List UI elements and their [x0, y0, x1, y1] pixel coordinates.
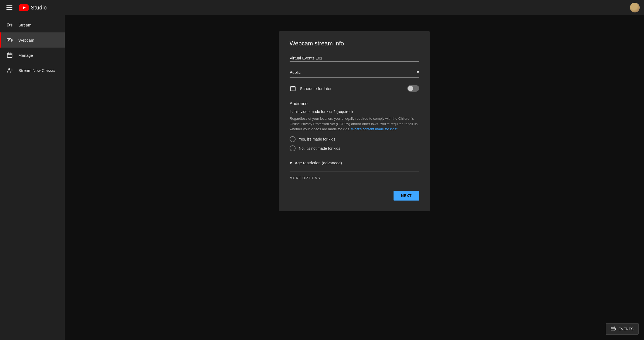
- sidebar-item-webcam[interactable]: Webcam: [0, 32, 65, 48]
- svg-rect-7: [7, 53, 12, 58]
- stream-icon: [6, 22, 13, 28]
- chevron-down-icon: ▾: [417, 69, 419, 75]
- card-footer: NEXT: [290, 191, 419, 201]
- calendar-icon: [290, 85, 296, 92]
- svg-point-5: [9, 40, 9, 41]
- schedule-toggle[interactable]: [407, 85, 419, 92]
- header-left: Studio: [4, 3, 47, 12]
- youtube-logo: [19, 4, 29, 11]
- sidebar-item-stream[interactable]: Stream: [0, 17, 65, 32]
- radio-circle-yes: [290, 136, 296, 142]
- visibility-selected: Public: [290, 70, 301, 75]
- sidebar-webcam-label: Webcam: [18, 38, 34, 42]
- schedule-row: Schedule for later: [290, 83, 419, 94]
- sidebar: Stream Webcam: [0, 15, 65, 340]
- avatar-image: [630, 3, 640, 12]
- header: Studio: [0, 0, 644, 15]
- svg-point-11: [8, 68, 10, 70]
- svg-rect-12: [290, 86, 295, 91]
- toggle-knob: [408, 86, 413, 91]
- svg-rect-6: [11, 39, 13, 41]
- age-restriction-row[interactable]: ▾ Age restriction (advanced): [290, 157, 419, 169]
- next-button[interactable]: NEXT: [394, 191, 419, 201]
- events-icon: [611, 326, 616, 332]
- events-button[interactable]: EVENTS: [606, 323, 639, 335]
- content-area: Webcam stream info Public ▾: [65, 15, 644, 340]
- webcam-icon: [6, 37, 13, 43]
- radio-label-yes: Yes, it's made for kids: [299, 137, 335, 141]
- sidebar-item-manage[interactable]: Manage: [0, 48, 65, 63]
- manage-icon: [6, 52, 13, 58]
- logo-area: Studio: [19, 4, 47, 11]
- schedule-left: Schedule for later: [290, 85, 332, 92]
- radio-circle-no: [290, 145, 296, 151]
- sidebar-manage-label: Manage: [18, 53, 33, 58]
- stream-title-input[interactable]: [290, 55, 419, 62]
- hamburger-button[interactable]: [4, 3, 15, 12]
- avatar[interactable]: [630, 3, 640, 12]
- audience-title: Audience: [290, 101, 419, 106]
- radio-no-kids[interactable]: No, it's not made for kids: [290, 145, 419, 151]
- visibility-dropdown[interactable]: Public ▾: [290, 67, 419, 78]
- main-layout: Stream Webcam: [0, 15, 644, 340]
- kids-description: Regardless of your location, you're lega…: [290, 116, 419, 132]
- svg-rect-16: [611, 327, 615, 331]
- stream-classic-icon: [6, 67, 13, 74]
- header-right: [630, 3, 640, 12]
- radio-label-no: No, it's not made for kids: [299, 146, 340, 151]
- chevron-down-icon-age: ▾: [290, 160, 292, 166]
- svg-point-2: [9, 24, 11, 26]
- sidebar-stream-classic-label: Stream Now Classic: [18, 68, 55, 73]
- studio-label: Studio: [31, 5, 47, 11]
- webcam-stream-info-card: Webcam stream info Public ▾: [279, 31, 430, 211]
- schedule-label: Schedule for later: [300, 86, 332, 91]
- kids-question: Is this video made for kids? (required): [290, 109, 419, 114]
- stream-title-group: [290, 55, 419, 62]
- audience-section: Audience Is this video made for kids? (r…: [290, 101, 419, 151]
- sidebar-item-stream-now-classic[interactable]: Stream Now Classic: [0, 63, 65, 78]
- events-label: EVENTS: [618, 327, 633, 331]
- sidebar-stream-label: Stream: [18, 23, 31, 27]
- age-restriction-label: Age restriction (advanced): [295, 161, 342, 165]
- card-title: Webcam stream info: [290, 40, 419, 47]
- radio-yes-kids[interactable]: Yes, it's made for kids: [290, 136, 419, 142]
- kids-link[interactable]: What's content made for kids?: [351, 127, 398, 131]
- more-options[interactable]: MORE OPTIONS: [290, 171, 419, 184]
- visibility-dropdown-group: Public ▾: [290, 67, 419, 78]
